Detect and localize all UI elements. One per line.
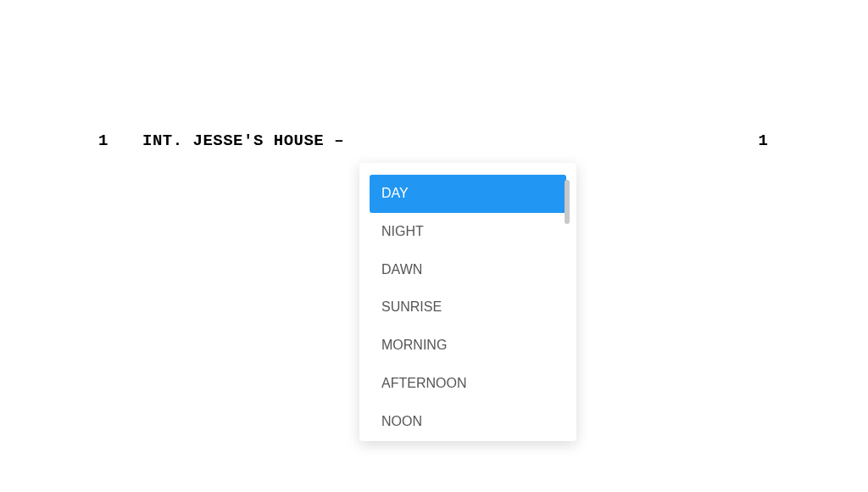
dropdown-item-afternoon[interactable]: AFTERNOON: [370, 365, 566, 403]
dropdown-item-night[interactable]: NIGHT: [370, 213, 566, 251]
scene-heading-text[interactable]: INT. JESSE'S HOUSE –: [142, 131, 344, 150]
dropdown-item-morning[interactable]: MORNING: [370, 327, 566, 365]
scene-number-right: 1: [759, 131, 768, 150]
dropdown-scrollbar[interactable]: [565, 180, 570, 224]
dropdown-item-noon[interactable]: NOON: [370, 403, 566, 441]
dropdown-item-dawn[interactable]: DAWN: [370, 251, 566, 289]
dropdown-item-day[interactable]: DAY: [370, 175, 566, 213]
time-of-day-dropdown[interactable]: DAY NIGHT DAWN SUNRISE MORNING AFTERNOON…: [359, 163, 576, 441]
scene-number-left: 1: [98, 131, 108, 150]
dropdown-list: DAY NIGHT DAWN SUNRISE MORNING AFTERNOON…: [359, 175, 576, 441]
dropdown-item-sunrise[interactable]: SUNRISE: [370, 288, 566, 327]
